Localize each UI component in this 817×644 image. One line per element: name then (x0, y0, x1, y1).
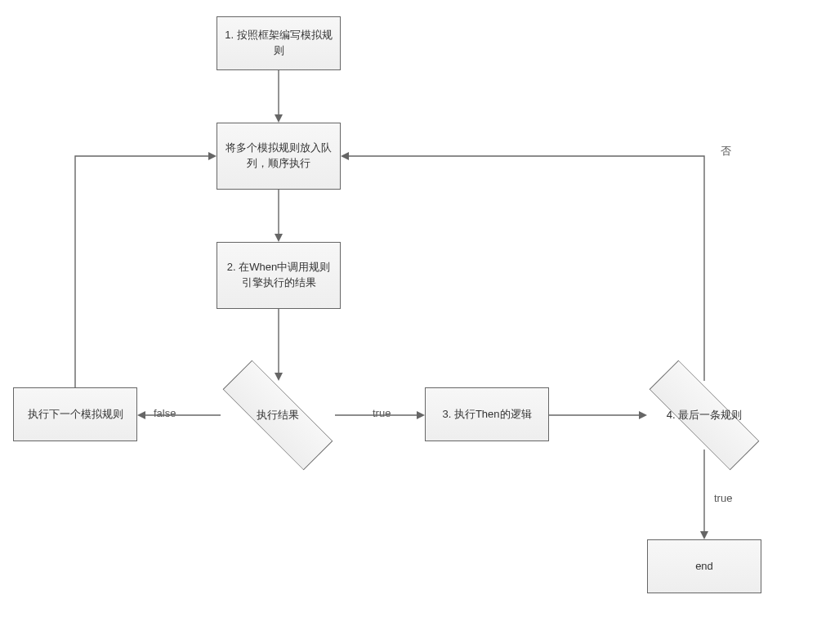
node-step2: 2. 在When中调用规则引擎执行的结果 (217, 242, 341, 309)
node-queue-label: 将多个模拟规则放入队列，顺序执行 (224, 141, 333, 172)
edge-false-label: false (154, 407, 176, 419)
decision-result-label: 执行结果 (221, 381, 335, 449)
node-step2-label: 2. 在When中调用规则引擎执行的结果 (224, 260, 333, 291)
node-queue: 将多个模拟规则放入队列，顺序执行 (217, 123, 341, 190)
svg-marker-13 (700, 531, 708, 539)
node-next-label: 执行下一个模拟规则 (28, 407, 123, 423)
flowchart-canvas: 1. 按照框架编写模拟规则 将多个模拟规则放入队列，顺序执行 2. 在When中… (0, 0, 817, 644)
svg-marker-5 (275, 373, 283, 381)
edge-true-label: true (373, 407, 391, 419)
node-step1: 1. 按照框架编写模拟规则 (217, 16, 341, 70)
decision-result: 执行结果 (221, 381, 335, 449)
node-step3: 3. 执行Then的逻辑 (425, 387, 549, 441)
svg-marker-15 (208, 152, 217, 160)
edge-true2-label: true (714, 492, 732, 504)
node-end-label: end (695, 559, 713, 575)
decision-last-label: 4. 最后一条规则 (647, 381, 761, 449)
node-step3-label: 3. 执行Then的逻辑 (442, 407, 531, 423)
svg-marker-7 (137, 411, 145, 419)
node-next: 执行下一个模拟规则 (13, 387, 137, 441)
svg-marker-11 (639, 411, 647, 419)
node-step1-label: 1. 按照框架编写模拟规则 (224, 28, 333, 59)
svg-marker-1 (275, 114, 283, 123)
svg-marker-9 (417, 411, 425, 419)
decision-last: 4. 最后一条规则 (647, 381, 761, 449)
edge-no-label: 否 (721, 144, 731, 159)
svg-marker-3 (275, 234, 283, 242)
node-end: end (647, 539, 761, 593)
svg-marker-14 (341, 152, 349, 160)
